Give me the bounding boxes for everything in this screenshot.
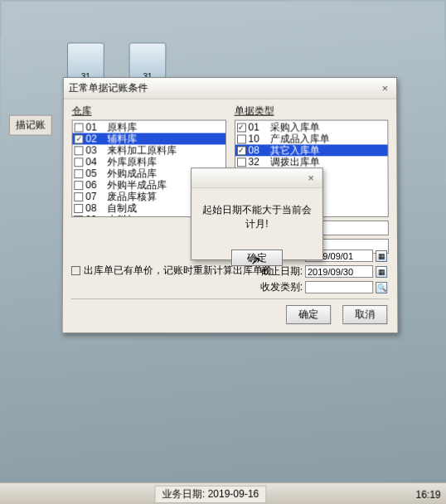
dialog-titlebar: 正常单据记账条件 ×: [64, 78, 396, 99]
item-code: 32: [248, 156, 269, 167]
item-code: 03: [85, 144, 107, 156]
item-name: 其它入库单: [269, 144, 319, 156]
error-message-dialog: × 起始日期不能大于当前会计月! 确定: [191, 167, 323, 260]
item-name: 来料加: [107, 214, 137, 217]
item-code: 02: [85, 133, 107, 144]
type-label: 收发类别:: [260, 280, 303, 294]
item-name: 外库原料库: [107, 156, 157, 167]
doctype-panel-title: 单据类型: [234, 104, 388, 119]
item-code: 01: [248, 122, 269, 133]
dialog-title: 正常单据记账条件: [69, 81, 148, 95]
checkbox-icon[interactable]: [236, 134, 245, 143]
error-message-text: 起始日期不能大于当前会计月!: [201, 203, 313, 231]
item-name: 原料库: [107, 122, 137, 133]
desktop: 31 31 描记账 正常单据记账条件 × 仓库 01原料库✓02辅料库03来料加…: [0, 2, 446, 504]
sidebar-posting-button[interactable]: 描记账: [9, 115, 52, 136]
item-code: 09: [85, 214, 107, 217]
warehouse-panel-title: 仓库: [72, 104, 226, 119]
list-item[interactable]: 32调拨出库单: [235, 156, 387, 167]
type-input[interactable]: [305, 281, 373, 293]
checkbox-icon[interactable]: [74, 158, 83, 167]
cancel-button[interactable]: 取消: [342, 305, 387, 324]
item-name: 采购入库单: [269, 122, 319, 133]
checkbox-icon[interactable]: [236, 158, 245, 167]
lookup-icon[interactable]: 🔍: [376, 282, 387, 293]
list-item[interactable]: ✓01采购入库单: [235, 122, 387, 133]
close-icon[interactable]: ×: [379, 82, 392, 94]
checkbox-icon[interactable]: ✓: [236, 146, 245, 155]
list-item[interactable]: 01原料库: [73, 122, 225, 133]
item-name: 外购半成品库: [107, 179, 167, 191]
list-item[interactable]: ✓02辅料库: [73, 133, 225, 144]
checkbox-icon[interactable]: [74, 204, 83, 213]
item-name: 自制成: [107, 202, 137, 214]
list-item[interactable]: 04外库原料库: [72, 156, 225, 167]
item-code: 08: [85, 202, 107, 214]
item-name: 调拨出库单: [269, 156, 319, 167]
item-name: 外购成品库: [107, 167, 157, 179]
msgbox-ok-button[interactable]: 确定: [231, 250, 283, 266]
item-name: 废品库核算: [107, 191, 157, 202]
item-code: 01: [86, 122, 108, 133]
divider: [71, 298, 389, 299]
item-name: 产成品入库单: [269, 133, 329, 144]
checkbox-icon[interactable]: [74, 192, 83, 201]
item-code: 04: [85, 156, 107, 167]
checkbox-icon[interactable]: [75, 123, 84, 132]
item-name: 来料加工原料库: [107, 144, 177, 156]
msgbox-titlebar: ×: [191, 168, 322, 188]
close-icon[interactable]: ×: [304, 172, 318, 184]
ok-button[interactable]: 确定: [286, 305, 331, 324]
checkbox-icon[interactable]: [74, 181, 83, 190]
list-item[interactable]: 03来料加工原料库: [72, 144, 225, 156]
list-item[interactable]: 10产成品入库单: [235, 133, 387, 144]
recalc-checkbox[interactable]: [71, 266, 80, 275]
item-code: 07: [85, 191, 107, 202]
business-date-segment: 业务日期: 2019-09-16: [154, 486, 266, 503]
list-item[interactable]: ✓08其它入库单: [235, 144, 387, 156]
business-date-label: 业务日期:: [162, 488, 205, 500]
item-code: 05: [85, 167, 107, 179]
item-name: 辅料库: [107, 133, 137, 144]
calendar-picker-icon[interactable]: ▦: [376, 266, 387, 278]
checkbox-icon[interactable]: [74, 216, 83, 217]
checkbox-icon[interactable]: [74, 169, 83, 178]
checkbox-icon[interactable]: ✓: [236, 123, 245, 132]
calendar-picker-icon[interactable]: ▦: [376, 250, 387, 262]
item-code: 06: [85, 179, 107, 191]
item-code: 08: [248, 144, 269, 156]
business-date-value: 2019-09-16: [208, 488, 259, 500]
taskbar: 业务日期: 2019-09-16 16:19: [0, 482, 446, 504]
checkbox-icon[interactable]: [74, 146, 83, 155]
item-code: 10: [248, 133, 269, 144]
taskbar-time: 16:19: [415, 488, 440, 500]
checkbox-icon[interactable]: ✓: [75, 134, 84, 143]
